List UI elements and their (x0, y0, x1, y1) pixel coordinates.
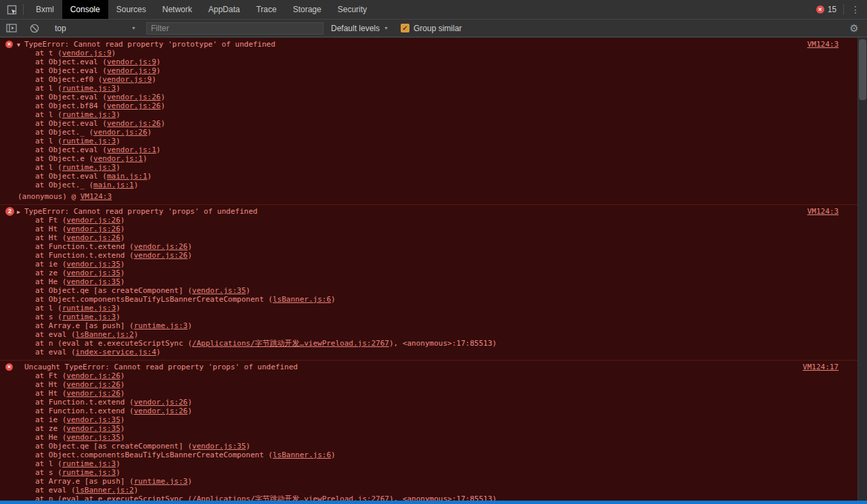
tab-console[interactable]: Console (62, 0, 108, 19)
file-line-link[interactable]: vendor.js:26 (134, 242, 187, 251)
file-line-link[interactable]: vendor.js:26 (107, 119, 160, 128)
stack-frame: at l (runtime.js:3) (0, 459, 858, 468)
file-line-link[interactable]: vendor.js:26 (66, 371, 120, 380)
file-line-link[interactable]: vendor.js:1 (107, 145, 156, 154)
chevron-down-icon: ▼ (384, 26, 388, 30)
source-location-link[interactable]: VM124:3 (807, 40, 839, 49)
stack-frame: at eval (lsBanner.js:2) (0, 486, 858, 495)
file-line-link[interactable]: runtime.js:3 (62, 84, 116, 93)
file-line-link[interactable]: vendor.js:35 (66, 433, 120, 442)
stack-frame: at Object.eval (vendor.js:1) (0, 145, 858, 154)
file-line-link[interactable]: lsBanner.js:6 (273, 295, 331, 304)
file-line-link[interactable]: runtime.js:3 (62, 137, 116, 145)
settings-gear-icon[interactable]: ⚙ (843, 22, 866, 35)
source-location-link[interactable]: VM124:3 (807, 207, 839, 216)
stack-frame: at Array.e [as push] (runtime.js:3) (0, 321, 858, 330)
file-line-link[interactable]: vendor.js:9 (62, 49, 112, 58)
file-line-link[interactable]: runtime.js:3 (62, 459, 116, 468)
tab-security[interactable]: Security (330, 0, 375, 19)
file-line-link[interactable]: vendor.js:26 (134, 407, 187, 415)
file-line-link[interactable]: vendor.js:9 (107, 58, 156, 66)
devtools-tab-bar: BxmlConsoleSourcesNetworkAppDataTraceSto… (0, 0, 867, 20)
stack-frame: at Object.bf84 (vendor.js:26) (0, 101, 858, 110)
tab-trace[interactable]: Trace (248, 0, 284, 19)
stack-frame: at Object._ (main.js:1) (0, 181, 858, 189)
file-line-link[interactable]: vendor.js:26 (107, 101, 160, 110)
file-line-link[interactable]: index-service.js:4 (76, 348, 156, 357)
file-line-link[interactable]: vendor.js:35 (192, 442, 246, 451)
file-line-link[interactable]: vendor.js:26 (134, 398, 187, 407)
file-line-link[interactable]: vendor.js:35 (66, 424, 120, 433)
expander-triangle-icon[interactable]: ▶ (17, 208, 20, 216)
stack-frame: at Function.t.extend (vendor.js:26) (0, 407, 858, 415)
scrollbar-track[interactable] (858, 38, 867, 501)
file-line-link[interactable]: vendor.js:1 (93, 154, 143, 163)
file-line-link[interactable]: lsBanner.js:6 (273, 451, 331, 459)
tab-bxml[interactable]: Bxml (28, 0, 62, 19)
stack-frame: at Function.t.extend (vendor.js:26) (0, 251, 858, 260)
file-line-link[interactable]: lsBanner.js:2 (76, 486, 134, 495)
stack-frame: at Object.eval (vendor.js:26) (0, 119, 858, 128)
file-line-link[interactable]: vendor.js:35 (192, 286, 246, 295)
group-similar-toggle[interactable]: ✓ Group similar (395, 24, 467, 33)
file-line-link[interactable]: runtime.js:3 (62, 110, 116, 119)
file-line-link[interactable]: vendor.js:35 (66, 269, 120, 277)
file-line-link[interactable]: main.js:1 (107, 172, 148, 181)
tab-storage[interactable]: Storage (285, 0, 330, 19)
file-line-link[interactable]: /Applications/字节跳动开发…viewPreload.js:2767 (192, 339, 389, 348)
file-line-link[interactable]: runtime.js:3 (62, 313, 116, 321)
file-line-link[interactable]: runtime.js:3 (62, 468, 116, 477)
file-line-link[interactable]: vendor.js:35 (66, 277, 120, 286)
file-line-link[interactable]: main.js:1 (93, 181, 134, 189)
file-line-link[interactable]: vendor.js:26 (107, 93, 160, 101)
error-circle-icon: × (5, 363, 13, 371)
chevron-down-icon: ▼ (131, 26, 136, 30)
file-line-link[interactable]: lsBanner.js:2 (76, 330, 134, 339)
stack-frame: at Ht (vendor.js:26) (0, 380, 858, 389)
file-line-link[interactable]: runtime.js:3 (62, 163, 116, 172)
file-line-link[interactable]: runtime.js:3 (62, 304, 116, 313)
stack-frame: at s (runtime.js:3) (0, 468, 858, 477)
file-line-link[interactable]: vendor.js:26 (66, 380, 120, 389)
stack-frame: at Object.e (vendor.js:1) (0, 154, 858, 163)
stack-frame: at Ft (vendor.js:26) (0, 216, 858, 225)
error-circle-icon: × (5, 41, 13, 48)
file-line-link[interactable]: runtime.js:3 (134, 477, 187, 486)
file-line-link[interactable]: vendor.js:26 (66, 389, 120, 398)
stack-frame: at l (runtime.js:3) (0, 137, 858, 145)
inspect-element-icon[interactable] (0, 0, 23, 19)
log-levels-dropdown[interactable]: Default levels ▼ (324, 24, 395, 33)
error-message: TypeError: Cannot read property 'prototy… (24, 40, 275, 49)
error-count-badge[interactable]: × 15 (809, 0, 843, 19)
file-line-link[interactable]: vendor.js:26 (66, 233, 120, 242)
file-line-link[interactable]: vendor.js:35 (66, 415, 120, 424)
tab-appdata[interactable]: AppData (200, 0, 248, 19)
file-line-link[interactable]: vendor.js:35 (66, 260, 120, 269)
stack-frame: at l (runtime.js:3) (0, 163, 858, 172)
kebab-menu-icon[interactable]: ⋮ (844, 0, 867, 19)
console-sidebar-icon[interactable] (0, 24, 23, 32)
stack-frame: at ie (vendor.js:35) (0, 415, 858, 424)
source-location-link[interactable]: VM124:3 (81, 192, 112, 201)
tab-sources[interactable]: Sources (108, 0, 154, 19)
source-location-link[interactable]: VM124:17 (803, 363, 839, 371)
file-line-link[interactable]: vendor.js:26 (66, 216, 120, 225)
file-line-link[interactable]: vendor.js:26 (134, 251, 187, 260)
clear-console-icon[interactable] (23, 24, 46, 33)
filter-input[interactable] (146, 22, 324, 35)
expander-triangle-icon[interactable]: ▼ (17, 41, 20, 49)
file-line-link[interactable]: vendor.js:9 (102, 75, 152, 84)
group-similar-checkbox[interactable]: ✓ (401, 24, 409, 32)
scrollbar-thumb[interactable] (859, 39, 866, 100)
file-line-link[interactable]: vendor.js:26 (66, 225, 120, 233)
tab-network[interactable]: Network (154, 0, 200, 19)
stack-frame: at Object.qe [as createComponent] (vendo… (0, 286, 858, 295)
console-toolbar: top ▼ Default levels ▼ ✓ Group similar ⚙ (0, 20, 867, 37)
file-line-link[interactable]: runtime.js:3 (134, 321, 187, 330)
execution-context-selector[interactable]: top ▼ (51, 24, 140, 33)
error-header-row: ×Uncaught TypeError: Cannot read propert… (0, 363, 858, 371)
stack-frame: at t (vendor.js:9) (0, 49, 858, 58)
file-line-link[interactable]: vendor.js:9 (107, 66, 156, 75)
file-line-link[interactable]: /Applications/字节跳动开发…viewPreload.js:2767 (192, 495, 389, 501)
file-line-link[interactable]: vendor.js:26 (93, 128, 147, 137)
